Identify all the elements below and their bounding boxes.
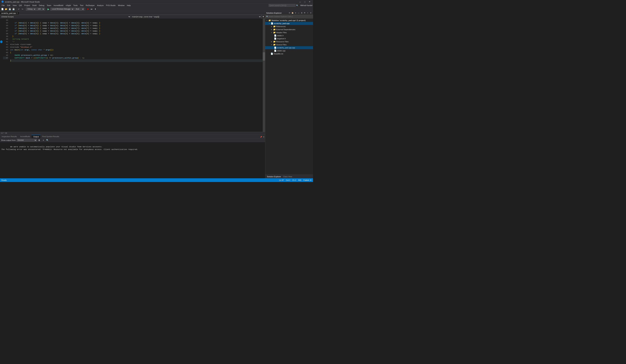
- se-tree: ▼ 📁 Solution 'scratchy_pad.cpp' (1 proje…: [265, 19, 313, 175]
- menu-incredibuild[interactable]: IncrediBuild: [53, 4, 64, 7]
- tab-close-btn[interactable]: ✕: [16, 12, 18, 14]
- se-close-btn[interactable]: ✕: [309, 12, 312, 14]
- tree-targetver-h[interactable]: 📄 targetver.h: [265, 37, 313, 40]
- se-preview-btn[interactable]: 👁: [303, 12, 306, 14]
- output-word-wrap-btn[interactable]: ≡: [42, 139, 45, 142]
- save-all-btn[interactable]: 💾: [12, 7, 15, 11]
- function-dropdown[interactable]: main(int argc, const char * argv[]): [131, 15, 262, 19]
- resource-files-icon: 📁: [273, 40, 276, 43]
- panel-tab-output[interactable]: Output: [32, 135, 40, 138]
- close-button[interactable]: ✕: [307, 0, 312, 3]
- tree-source-files[interactable]: ▼ 📁 Source Files: [265, 43, 313, 46]
- start-btn[interactable]: ▶: [47, 7, 50, 11]
- status-ch: Ch 2: [292, 179, 296, 181]
- output-clear-btn[interactable]: 🗑: [38, 139, 41, 142]
- config-dropdown[interactable]: Debug: [26, 8, 36, 11]
- se-filter-btn[interactable]: ▾: [294, 12, 297, 14]
- redo-btn[interactable]: ↪: [21, 7, 24, 11]
- menu-qt5[interactable]: Qt5: [18, 4, 23, 7]
- menu-view[interactable]: View: [12, 4, 18, 7]
- menu-tools[interactable]: Tools: [72, 4, 79, 7]
- code-content[interactable]: if (data[2] > data[3]) { swap = data[2];…: [9, 19, 263, 132]
- tree-project[interactable]: ▼ 📄 scratchy_pad.cpp: [265, 22, 313, 25]
- toolbar-sep-4: [85, 8, 85, 10]
- attach-dropdown[interactable]: Auto: [74, 8, 84, 11]
- menu-window[interactable]: Window: [117, 4, 125, 7]
- se-bottom-tab-solution-explorer[interactable]: Solution Explorer: [266, 175, 282, 178]
- tree-references[interactable]: ▶ 📁 References: [265, 25, 313, 28]
- status-publish[interactable]: Publish ▼: [303, 179, 312, 181]
- se-search-input[interactable]: [268, 16, 312, 18]
- quick-launch-input[interactable]: [269, 4, 296, 7]
- maximize-button[interactable]: □: [303, 0, 307, 3]
- panel-tab-inspection[interactable]: Inspection Results: [0, 135, 19, 138]
- minimize-button[interactable]: —: [298, 0, 302, 3]
- output-find-btn[interactable]: 🔍: [46, 139, 49, 142]
- nav-bar: (Global Scope) main(int argc, const char…: [0, 15, 265, 19]
- tab-label: scratchy_pad.cpp: [1, 12, 16, 14]
- se-sync-btn[interactable]: ⟳: [288, 12, 291, 14]
- undo-btn[interactable]: ↩: [17, 7, 20, 11]
- menu-debug[interactable]: Debug: [38, 4, 45, 7]
- tree-resource-files[interactable]: ▶ 📁 Resource Files: [265, 40, 313, 43]
- solution-icon: 📁: [269, 19, 271, 22]
- menu-nsight[interactable]: nSight: [65, 4, 72, 7]
- zoom-dropdown[interactable]: ▼: [6, 132, 7, 134]
- se-collapse-btn[interactable]: —: [297, 12, 300, 14]
- tree-scratchy-cpp[interactable]: 📄 scratchy_pad.cpp.cpp: [265, 46, 313, 49]
- tree-readme[interactable]: 📄 ReadMe.txt: [265, 52, 313, 55]
- nav-expand-btn[interactable]: ▼: [261, 15, 265, 18]
- solution-label: Solution 'scratchy_pad.cpp' (1 project): [272, 19, 306, 21]
- left-panel: scratchy_pad.cpp ✕ (Global Scope) main(i…: [0, 11, 265, 178]
- header-files-label: Header Files: [276, 32, 287, 34]
- platform-dropdown[interactable]: x64: [37, 8, 45, 11]
- step-into-btn[interactable]: ⬇: [94, 7, 97, 11]
- menu-pvs[interactable]: PVS-Studio: [105, 4, 117, 7]
- menu-analyze[interactable]: Analyze: [96, 4, 105, 7]
- se-search-icon: 🔍: [266, 16, 268, 18]
- se-new-solution-btn[interactable]: +: [306, 12, 309, 14]
- panel-tab-find-symbol[interactable]: Find Symbol Results: [40, 135, 61, 138]
- step-over-btn[interactable]: ⏭: [90, 7, 93, 11]
- tree-external-deps[interactable]: ▶ 📁 External Dependencies: [265, 28, 313, 31]
- zoom-level: 117 %: [1, 132, 6, 134]
- stdafx-cpp-label: stdafx.cpp: [277, 50, 285, 52]
- menu-resharper[interactable]: ReSharper: [85, 4, 96, 7]
- se-bottom-tab-class-view[interactable]: Class View: [282, 175, 293, 178]
- se-properties-btn[interactable]: ⚙: [300, 12, 303, 14]
- title-bar-right: — □ ✕: [298, 0, 312, 3]
- tree-stdafx-h[interactable]: 📄 stdafx.h: [265, 34, 313, 37]
- scroll-right[interactable]: [263, 19, 265, 132]
- editor-tab-scratchy[interactable]: scratchy_pad.cpp ✕: [0, 11, 19, 15]
- menu-edit[interactable]: Edit: [6, 4, 11, 7]
- tree-solution[interactable]: ▼ 📁 Solution 'scratchy_pad.cpp' (1 proje…: [265, 19, 313, 22]
- panel-pin-btn[interactable]: 📌: [260, 135, 262, 138]
- menu-help[interactable]: Help: [126, 4, 132, 7]
- se-home-btn[interactable]: 🏠: [291, 12, 294, 14]
- menu-project[interactable]: Project: [23, 4, 31, 7]
- resource-files-expand-icon: ▶: [271, 40, 273, 43]
- code-editor[interactable]: 33 34 35 36 37 38 39 40 41 42 43 44 45 4…: [0, 19, 265, 132]
- new-project-btn[interactable]: 📄: [1, 7, 4, 11]
- tree-header-files[interactable]: ▼ 📁 Header Files: [265, 31, 313, 34]
- breakpoint-btn[interactable]: ⏺: [86, 7, 90, 11]
- menu-file[interactable]: File: [1, 4, 6, 7]
- readme-label: ReadMe.txt: [274, 53, 283, 55]
- menu-test[interactable]: Test: [79, 4, 84, 7]
- se-header: Solution Explorer ⟳ 🏠 ▾ — ⚙ 👁 + ✕: [265, 11, 313, 15]
- open-btn[interactable]: 📂: [4, 7, 8, 11]
- menu-build[interactable]: Build: [31, 4, 38, 7]
- toolbar-sep-3: [46, 8, 46, 10]
- scope-dropdown[interactable]: (Global Scope): [0, 15, 131, 19]
- menu-team[interactable]: Team: [46, 4, 52, 7]
- panel-tab-incredibuild[interactable]: IncrediBuild: [19, 135, 32, 138]
- panel-toolbar: Show output from: General 🗑 ≡ 🔍: [0, 138, 265, 142]
- debugger-dropdown[interactable]: Local Windows Debugger: [50, 8, 74, 11]
- panel-close-btn[interactable]: ✕: [262, 135, 265, 138]
- toolbar: 📄 📂 💾 💾 ↩ ↪ Debug x64 ▶ Local Windows De…: [0, 7, 313, 11]
- resource-files-label: Resource Files: [276, 40, 288, 43]
- save-btn[interactable]: 💾: [8, 7, 11, 11]
- output-source-dropdown[interactable]: General: [17, 139, 37, 142]
- source-files-label: Source Files: [276, 44, 286, 46]
- tree-stdafx-cpp[interactable]: 📄 stdafx.cpp: [265, 49, 313, 52]
